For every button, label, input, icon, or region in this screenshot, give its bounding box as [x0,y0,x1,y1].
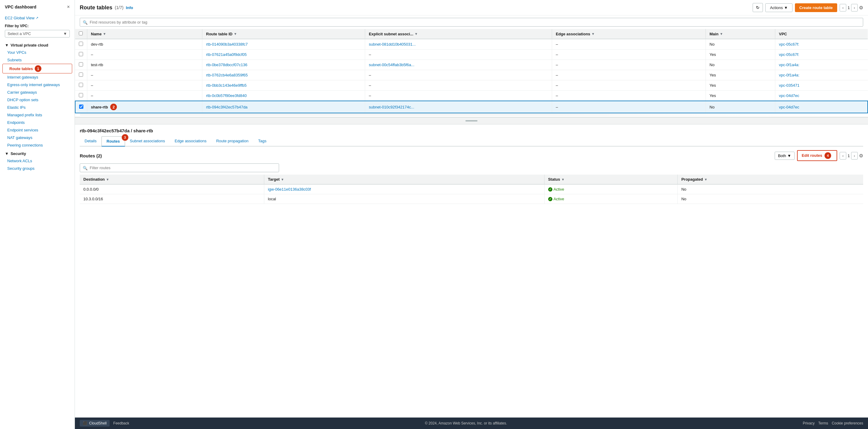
row-main: No [706,60,775,70]
row-id: rtb-094c3f42ec57b47da [203,101,365,113]
sidebar-item-dhcp[interactable]: DHCP option sets [0,96,74,103]
sidebar-item-endpoints[interactable]: Endpoints [0,119,74,126]
row-edge: – [552,101,706,113]
route-target-link[interactable]: igw-06e11e0136a38c03f [268,187,311,191]
table-settings-icon[interactable]: ⚙ [859,5,863,10]
row-subnet: – [365,91,552,101]
routes-pagination: ‹ 1 › ⚙ [840,152,863,159]
row-name: dev-rtb [87,39,203,50]
row-checkbox[interactable] [79,83,83,87]
row-name: – [87,70,203,80]
row-main: Yes [706,80,775,91]
sidebar-item-egress-only[interactable]: Egress-only internet gateways [0,81,74,89]
sidebar-item-nat-gateways[interactable]: NAT gateways [0,134,74,142]
row-checkbox[interactable] [79,104,83,109]
row-subnet: subnet-081dd10b405031... [365,39,552,50]
routes-prev-page[interactable]: ‹ [840,152,846,159]
route-target: igw-06e11e0136a38c03f [264,184,545,194]
terms-link[interactable]: Terms [818,421,828,425]
sidebar-item-prefix-lists[interactable]: Managed prefix lists [0,111,74,119]
routes-next-page[interactable]: › [851,152,858,159]
sidebar-item-route-tables[interactable]: Route tables 1 [2,64,72,73]
sidebar-filter-label: Filter by VPC: [0,22,74,29]
row-id: rtb-0be378dbccf07c136 [203,60,365,70]
table-row[interactable]: share-rtb2 rtb-094c3f42ec57b47da subnet-… [75,101,868,113]
row-main: Yes [706,91,775,101]
sidebar-vpc-select[interactable]: Select a VPC ▼ [5,30,70,37]
sidebar-item-elastic-ips[interactable]: Elastic IPs [0,103,74,111]
table-row[interactable]: dev-rtb rtb-014090b3a40338fc7 subnet-081… [75,39,868,50]
tab-edge-associations[interactable]: Edge associations [170,136,211,147]
row-vpc: vpc-0f1a4a: [775,70,868,80]
sidebar-section-vpc[interactable]: ▼ Virtual private cloud [0,40,74,49]
table-row[interactable]: – rtb-0762cb4e6a8359f65 – – Yes vpc-0f1a… [75,70,868,80]
sidebar-item-network-acls[interactable]: Network ACLs [0,157,74,165]
search-input[interactable] [80,18,863,27]
edit-routes-button[interactable]: Edit routes 4 [797,150,837,161]
row-subnet: subnet-00c54ffab3b5f6a... [365,60,552,70]
route-destination: 0.0.0.0/0 [80,184,264,194]
pagination: ‹ 1 › ⚙ [840,4,863,11]
cloudshell-button[interactable]: ⬛ CloudShell [80,420,110,427]
tab-details[interactable]: Details [80,136,101,147]
both-filter-button[interactable]: Both ▼ [775,152,795,160]
sidebar-item-subnets[interactable]: Subnets [0,56,74,64]
row-subnet: – [365,80,552,91]
table-row[interactable]: – rtb-07621a45a0f9dcf05 – – Yes vpc-05c6… [75,50,868,60]
table-row[interactable]: – rtb-0bb3c143e46e9ffb5 – – Yes vpc-0354… [75,80,868,91]
cookie-preferences-link[interactable]: Cookie preferences [832,421,863,425]
row-subnet: – [365,70,552,80]
tab-tags[interactable]: Tags [253,136,271,147]
list-item: 10.3.0.0/16 local Active No [80,194,863,204]
route-status: Active [544,194,677,204]
route-tables-table: Name▼ Route table ID▼ Explicit subnet as… [75,29,868,113]
row-id: rtb-0762cb4e6a8359f65 [203,70,365,80]
routes-settings-icon[interactable]: ⚙ [859,153,863,159]
row-checkbox[interactable] [79,42,83,46]
filter-routes-icon: 🔍 [83,165,88,170]
table-row[interactable]: – rtb-0c0b57f90ee3fd840 – – Yes vpc-04d7… [75,91,868,101]
tab-routes[interactable]: Routes 3 [101,136,125,147]
route-status: Active [544,184,677,194]
refresh-button[interactable]: ↻ [753,3,763,12]
sidebar-item-carrier-gateways[interactable]: Carrier gateways [0,89,74,96]
sidebar-section-security[interactable]: ▼ Security [0,149,74,157]
actions-button[interactable]: Actions ▼ [765,3,792,12]
step2-annotation: 2 [110,103,117,110]
select-all-checkbox[interactable] [79,31,83,35]
row-name: – [87,91,203,101]
sidebar-item-internet-gateways[interactable]: Internet gateways [0,73,74,81]
row-name: share-rtb2 [87,101,203,113]
table-row[interactable]: test-rtb rtb-0be378dbccf07c136 subnet-00… [75,60,868,70]
filter-routes-input[interactable] [80,163,279,172]
row-main: Yes [706,50,775,60]
row-checkbox[interactable] [79,72,83,77]
row-edge: – [552,39,706,50]
row-checkbox[interactable] [79,52,83,56]
privacy-link[interactable]: Privacy [803,421,814,425]
sidebar-ec2-global-view[interactable]: EC2 Global View ↗ [0,14,74,22]
row-checkbox[interactable] [79,93,83,97]
row-vpc: vpc-04d7ec [775,101,868,113]
status-icon [548,187,552,191]
step4-annotation: 4 [825,152,831,159]
row-checkbox[interactable] [79,62,83,66]
sidebar-item-endpoint-services[interactable]: Endpoint services [0,126,74,134]
next-page-button[interactable]: › [851,4,858,11]
panel-divider[interactable] [75,117,868,124]
row-main: No [706,39,775,50]
sidebar-item-security-groups[interactable]: Security groups [0,165,74,172]
prev-page-button[interactable]: ‹ [840,4,846,11]
tab-subnet-associations[interactable]: Subnet associations [125,136,170,147]
sidebar-item-your-vpcs[interactable]: Your VPCs [0,49,74,56]
tab-route-propagation[interactable]: Route propagation [211,136,253,147]
sidebar-close-button[interactable]: × [67,4,70,10]
row-id: rtb-0bb3c143e46e9ffb5 [203,80,365,91]
row-vpc: vpc-05c67f: [775,50,868,60]
sidebar-item-peering[interactable]: Peering connections [0,142,74,149]
row-edge: – [552,50,706,60]
info-link[interactable]: Info [126,5,133,10]
row-edge: – [552,91,706,101]
feedback-link[interactable]: Feedback [113,421,129,425]
create-route-table-button[interactable]: Create route table [795,3,837,12]
